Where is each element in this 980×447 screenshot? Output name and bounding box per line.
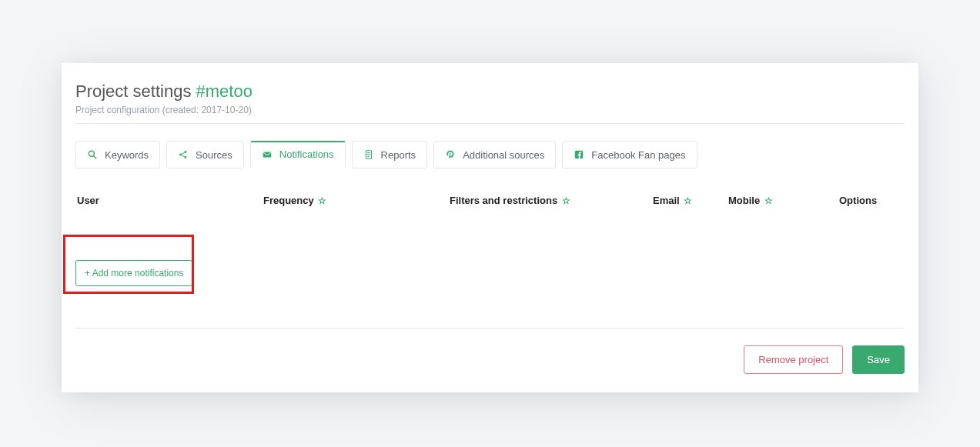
col-frequency: Frequency ☆ bbox=[263, 195, 450, 206]
pinterest-icon bbox=[445, 149, 456, 160]
mail-icon bbox=[262, 149, 273, 160]
col-mobile: Mobile ☆ bbox=[728, 195, 839, 206]
tab-reports[interactable]: Reports bbox=[352, 141, 428, 168]
tabs: Keywords Sources Notifications Reports A… bbox=[75, 141, 905, 168]
star-icon: ☆ bbox=[318, 195, 326, 206]
tab-facebook-label: Facebook Fan pages bbox=[591, 149, 685, 161]
tab-additional-sources-label: Additional sources bbox=[463, 149, 544, 161]
search-icon bbox=[87, 149, 98, 160]
settings-card: Project settings #metoo Project configur… bbox=[62, 63, 918, 392]
header: Project settings #metoo Project configur… bbox=[75, 77, 905, 124]
col-filters: Filters and restrictions ☆ bbox=[450, 195, 653, 206]
svg-line-6 bbox=[182, 155, 185, 157]
col-filters-label: Filters and restrictions bbox=[450, 195, 557, 206]
tab-facebook[interactable]: Facebook Fan pages bbox=[562, 141, 697, 168]
star-icon: ☆ bbox=[684, 195, 692, 206]
table-header: User Frequency ☆ Filters and restriction… bbox=[75, 195, 905, 206]
page-title: Project settings #metoo bbox=[75, 82, 905, 102]
col-user: User bbox=[77, 195, 263, 206]
tab-additional-sources[interactable]: Additional sources bbox=[433, 141, 556, 168]
svg-line-5 bbox=[182, 152, 185, 154]
svg-line-1 bbox=[94, 156, 97, 159]
share-icon bbox=[178, 149, 189, 160]
star-icon: ☆ bbox=[562, 195, 570, 206]
tab-reports-label: Reports bbox=[381, 149, 416, 161]
tab-keywords[interactable]: Keywords bbox=[75, 141, 160, 168]
footer-actions: Remove project Save bbox=[75, 328, 905, 374]
tab-sources[interactable]: Sources bbox=[166, 141, 244, 168]
col-mobile-label: Mobile bbox=[728, 195, 760, 206]
star-icon: ☆ bbox=[764, 195, 773, 206]
add-more-notifications-button[interactable]: + Add more notifications bbox=[75, 260, 192, 286]
save-button[interactable]: Save bbox=[852, 345, 905, 374]
facebook-icon bbox=[574, 149, 584, 160]
svg-point-0 bbox=[89, 151, 94, 156]
document-icon bbox=[363, 149, 374, 160]
page-title-prefix: Project settings bbox=[75, 82, 196, 101]
col-options: Options bbox=[839, 195, 903, 206]
svg-rect-7 bbox=[263, 152, 272, 157]
remove-project-button[interactable]: Remove project bbox=[744, 345, 843, 374]
col-email: Email ☆ bbox=[653, 195, 728, 206]
col-frequency-label: Frequency bbox=[263, 195, 314, 206]
page-subtitle: Project configuration (created: 2017-10-… bbox=[75, 105, 905, 115]
tab-notifications[interactable]: Notifications bbox=[250, 141, 346, 168]
tab-notifications-label: Notifications bbox=[279, 148, 334, 160]
project-tag: #metoo bbox=[196, 82, 253, 101]
tab-keywords-label: Keywords bbox=[105, 149, 149, 161]
tab-sources-label: Sources bbox=[196, 149, 232, 161]
col-email-label: Email bbox=[653, 195, 680, 206]
